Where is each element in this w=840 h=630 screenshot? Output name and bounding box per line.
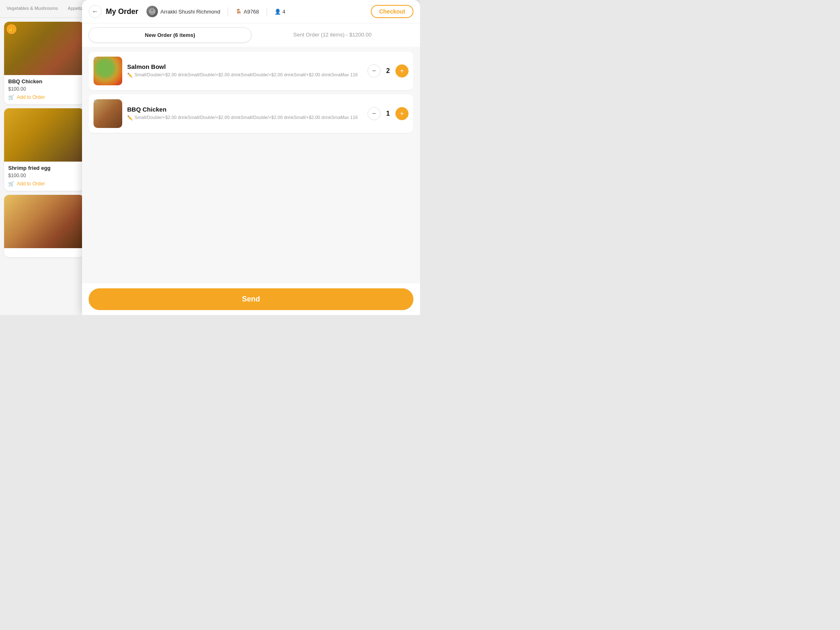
order-item-salmon-bowl: ✕ Salmon Bowl ✏️ Small/Double/+$2.00 dri… — [89, 52, 413, 90]
order-header: ← My Order Arrakki Shushi Richmond 🪑 A97… — [82, 0, 420, 23]
bbq-chicken-name: BBQ Chicken — [127, 106, 363, 113]
table-info: 🪑 A9768 — [235, 9, 259, 15]
like-badge: 👍 — [7, 24, 16, 34]
bbq-chicken-details: BBQ Chicken ✏️ Small/Double/+$2.00 drink… — [127, 106, 363, 121]
menu-item-name-bbq: BBQ Chicken — [8, 78, 80, 84]
back-button[interactable]: ← — [89, 5, 102, 18]
menu-item-name-shrimp: Shrimp fried egg — [8, 165, 80, 171]
table-icon: 🪑 — [235, 9, 242, 15]
add-to-order-button-bbq[interactable]: 🛒 Add to Order — [8, 94, 45, 100]
salmon-bowl-decrease-button[interactable]: − — [368, 64, 381, 78]
salmon-bowl-qty-controls: − 2 + — [368, 64, 409, 78]
table-number: A9768 — [244, 9, 259, 15]
tab-new-order[interactable]: New Order (6 items) — [89, 27, 251, 43]
guests-count: 4 — [283, 9, 285, 15]
salmon-bowl-options: ✏️ Small/Double/+$2.00 drinkSmall/Double… — [127, 72, 363, 78]
menu-card-food4 — [4, 195, 84, 257]
checkout-button[interactable]: Checkout — [371, 5, 413, 18]
menu-card-image-bbq: 👍 — [4, 22, 84, 75]
menu-card-image-shrimp — [4, 108, 84, 162]
menu-card-body-shrimp: Shrimp fried egg $100.00 🛒 Add to Order — [4, 162, 84, 191]
menu-card-body: BBQ Chicken $100.00 🛒 Add to Order — [4, 75, 84, 104]
bbq-chicken-options: ✏️ Small/Double/+$2.00 drinkSmall/Double… — [127, 114, 363, 121]
menu-card-shrimp: Shrimp fried egg $100.00 🛒 Add to Order — [4, 108, 84, 191]
remove-salmon-bowl-button[interactable]: ✕ — [92, 55, 99, 62]
guests-icon: 👤 — [274, 9, 281, 15]
edit-icon-bbq: ✏️ — [127, 115, 133, 121]
guests-info: 👤 4 — [274, 9, 285, 15]
header-divider-2 — [267, 7, 267, 16]
header-divider — [228, 7, 228, 16]
bbq-chicken-increase-button[interactable]: + — [395, 107, 409, 120]
menu-card-image-food4 — [4, 195, 84, 248]
bbq-chicken-decrease-button[interactable]: − — [368, 107, 381, 120]
order-title: My Order — [106, 7, 138, 16]
order-tabs: New Order (6 items) Sent Order (12 items… — [82, 23, 420, 47]
svg-point-1 — [151, 9, 153, 11]
remove-bbq-chicken-button[interactable]: ✕ — [92, 98, 99, 105]
order-items-container: ✕ Salmon Bowl ✏️ Small/Double/+$2.00 dri… — [82, 47, 420, 283]
salmon-bowl-increase-button[interactable]: + — [395, 64, 409, 78]
category-vegetables[interactable]: Vegetables & Mushrooms — [3, 4, 61, 13]
salmon-bowl-details: Salmon Bowl ✏️ Small/Double/+$2.00 drink… — [127, 63, 363, 78]
bbq-chicken-qty-controls: − 1 + — [368, 107, 409, 120]
order-panel: ← My Order Arrakki Shushi Richmond 🪑 A97… — [82, 0, 420, 315]
restaurant-name: Arrakki Shushi Richmond — [160, 9, 220, 15]
edit-icon: ✏️ — [127, 72, 133, 78]
menu-item-price-shrimp: $100.00 — [8, 173, 80, 178]
salmon-bowl-quantity: 2 — [384, 67, 392, 75]
restaurant-info: Arrakki Shushi Richmond — [146, 6, 220, 17]
order-item-bbq-chicken: ✕ BBQ Chicken ✏️ Small/Double/+$2.00 dri… — [89, 94, 413, 133]
restaurant-logo — [146, 6, 158, 17]
send-button[interactable]: Send — [89, 288, 413, 310]
bbq-chicken-quantity: 1 — [384, 110, 392, 117]
tab-sent-order[interactable]: Sent Order (12 items) - $1200.00 — [251, 27, 413, 43]
menu-item-price-bbq: $100.00 — [8, 86, 80, 92]
salmon-bowl-name: Salmon Bowl — [127, 63, 363, 70]
menu-card-bbq-chicken: 👍 BBQ Chicken $100.00 🛒 Add to Order — [4, 22, 84, 104]
add-to-order-button-shrimp[interactable]: 🛒 Add to Order — [8, 181, 45, 187]
menu-card-body-food4 — [4, 248, 84, 257]
